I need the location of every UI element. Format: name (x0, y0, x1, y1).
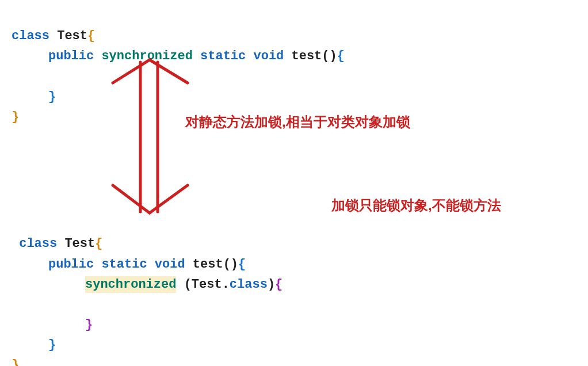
class-name: Test (64, 237, 95, 251)
kw-public: public (48, 49, 94, 63)
open-brace: { (337, 49, 345, 63)
open-brace: { (238, 257, 246, 272)
kw-synchronized: synchronized (101, 49, 192, 63)
kw-class: class (12, 29, 49, 43)
method-name: test (292, 49, 322, 63)
class-name: Test (57, 29, 87, 43)
kw-static: static (200, 49, 246, 63)
kw-static: static (101, 257, 147, 272)
close-brace: } (48, 90, 56, 104)
kw-public: public (48, 257, 94, 272)
kw-class-arg: class (230, 277, 268, 292)
close-brace: } (12, 358, 19, 366)
kw-void: void (253, 49, 284, 63)
annotation-lock-object: 加锁只能锁对象,不能锁方法 (331, 195, 501, 216)
parens: () (322, 49, 337, 63)
kw-void: void (155, 257, 185, 272)
sync-arg-suffix: ) (268, 277, 275, 292)
open-brace: { (95, 237, 102, 251)
annotation-static-lock: 对静态方法加锁,相当于对类对象加锁 (185, 111, 410, 133)
open-brace: { (87, 29, 95, 43)
kw-class: class (19, 237, 57, 251)
parens: () (223, 257, 238, 272)
kw-synchronized: synchronized (85, 277, 176, 292)
close-brace: } (85, 318, 93, 332)
open-brace: { (275, 277, 282, 292)
code-snippet-1: ​class Test{ ​public synchronized static… (12, 6, 576, 127)
close-brace: } (12, 110, 19, 124)
code-snippet-2: ​ class Test{ ​public static void test()… (12, 214, 576, 366)
method-name: test (193, 257, 223, 272)
sync-arg-prefix: (Test. (184, 277, 230, 292)
close-brace: } (48, 338, 56, 352)
